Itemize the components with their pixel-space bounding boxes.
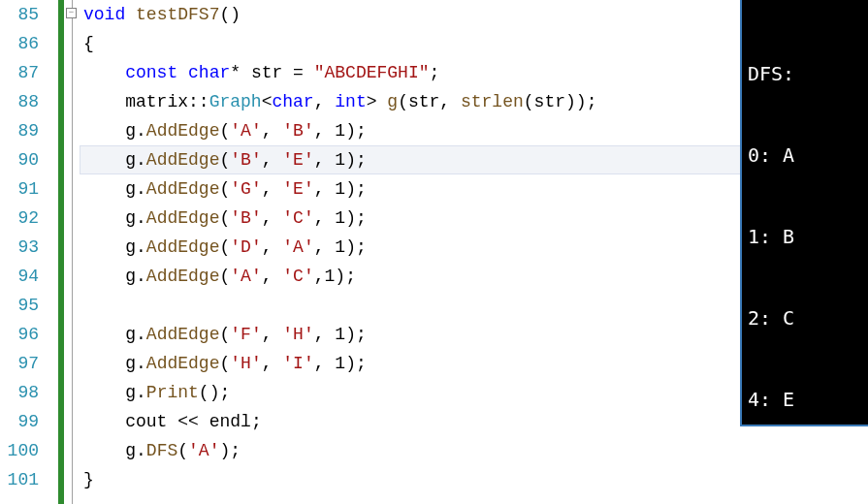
method-call: AddEdge [146, 267, 220, 286]
paren-open: ( [219, 267, 230, 286]
arg: str [534, 92, 565, 111]
method-call: AddEdge [146, 237, 220, 257]
object: g [125, 441, 136, 460]
paren-close: ) [345, 208, 356, 228]
semicolon: ; [356, 237, 367, 257]
fold-guide-line [72, 0, 73, 504]
comma: , [314, 237, 336, 257]
char-literal: 'H' [282, 325, 313, 344]
line-number: 101 [0, 465, 39, 494]
scope-sep: :: [188, 92, 209, 111]
line-number: 99 [0, 407, 39, 436]
pointer-star: * [230, 63, 251, 82]
line-number: 95 [0, 291, 39, 320]
char-literal: 'B' [282, 121, 313, 141]
comma: , [262, 237, 283, 257]
comma: , [439, 92, 461, 111]
method-call: AddEdge [146, 325, 220, 344]
keyword-char: char [272, 92, 313, 111]
namespace: matrix [125, 92, 188, 111]
paren-open: ( [524, 92, 534, 111]
semicolon: ; [356, 208, 367, 228]
angle-open: < [262, 92, 273, 111]
fold-strip: − [66, 0, 80, 504]
line-number: 92 [0, 204, 39, 233]
line-number: 93 [0, 233, 39, 262]
console-output-window[interactable]: DFS: 0: A 1: B 2: C 4: E 6: G 3: D 5: F … [740, 0, 868, 426]
line-number: 94 [0, 262, 39, 291]
char-literal: 'E' [282, 179, 313, 199]
comma: , [314, 354, 336, 373]
paren-open: ( [219, 179, 230, 199]
dot: . [136, 267, 146, 286]
paren-close: ) [345, 179, 356, 199]
paren-open: ( [398, 92, 408, 111]
object: g [125, 121, 136, 141]
string-literal: "ABCDEFGHI" [314, 63, 430, 82]
code-line[interactable]: } [80, 465, 868, 494]
console-line: 0: A [748, 142, 864, 169]
semicolon: ; [219, 383, 230, 402]
method-call: AddEdge [146, 121, 220, 141]
keyword-char: char [188, 63, 230, 82]
line-number: 98 [0, 378, 39, 407]
fold-collapse-icon[interactable]: − [66, 8, 77, 18]
comma: , [262, 121, 283, 141]
paren-open: ( [199, 383, 209, 402]
type-name: Graph [209, 92, 262, 111]
line-number: 85 [0, 0, 39, 29]
char-literal: 'H' [230, 354, 261, 373]
number-literal: 1 [335, 237, 345, 257]
keyword-void: void [83, 5, 125, 24]
paren-close: ) [219, 441, 230, 460]
code-line[interactable]: g.DFS('A'); [80, 436, 868, 465]
dot: . [136, 383, 146, 402]
dot: . [136, 208, 146, 228]
line-number-gutter: 85 86 87 88 89 90 91 92 93 94 95 96 97 9… [0, 0, 48, 504]
change-marker-strip [48, 0, 66, 504]
method-call: AddEdge [146, 208, 220, 228]
keyword-const: const [125, 63, 177, 82]
semicolon: ; [356, 121, 367, 141]
char-literal: 'C' [282, 267, 313, 286]
object: g [125, 179, 136, 199]
editor-container: 85 86 87 88 89 90 91 92 93 94 95 96 97 9… [0, 0, 868, 504]
keyword-int: int [335, 92, 366, 111]
identifier-endl: endl [209, 412, 251, 431]
comma: , [262, 179, 283, 199]
function-call: strlen [461, 92, 524, 111]
char-literal: 'A' [282, 237, 313, 257]
paren-open: ( [219, 208, 230, 228]
paren-open: ( [219, 150, 230, 170]
paren-open: ( [219, 237, 230, 257]
function-name: testDFS7 [136, 5, 219, 24]
dot: . [136, 325, 146, 344]
console-line: 4: E [748, 386, 864, 413]
object: g [125, 208, 136, 228]
semicolon: ; [356, 354, 367, 373]
comma: , [314, 92, 336, 111]
number-literal: 1 [335, 179, 345, 199]
line-number: 86 [0, 29, 39, 58]
method-call: AddEdge [146, 150, 220, 170]
paren-open: ( [177, 441, 188, 460]
method-call: Print [146, 383, 199, 402]
stream-operator: << [167, 412, 209, 431]
identifier: str [251, 63, 282, 82]
angle-close: > [367, 92, 377, 111]
dot: . [136, 441, 146, 460]
comma: , [262, 325, 283, 344]
line-number: 87 [0, 58, 39, 87]
method-call: DFS [146, 441, 177, 460]
dot: . [136, 150, 146, 170]
comma: , [314, 325, 336, 344]
arg: str [408, 92, 439, 111]
char-literal: 'G' [230, 179, 261, 199]
comma: , [262, 267, 283, 286]
paren-close: ) [345, 121, 356, 141]
identifier-cout: cout [125, 412, 167, 431]
object: g [125, 325, 136, 344]
method-call: AddEdge [146, 179, 220, 199]
line-number: 90 [0, 145, 39, 174]
char-literal: 'E' [282, 150, 313, 170]
